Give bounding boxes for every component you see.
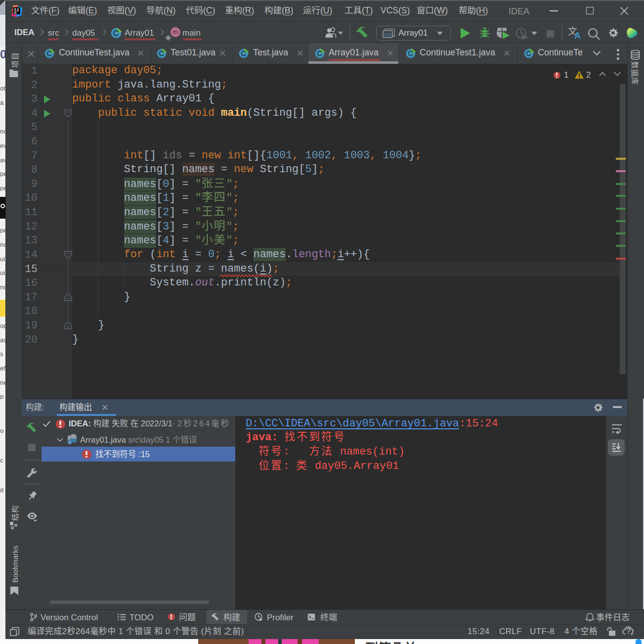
svg-text:J: J <box>69 441 70 444</box>
svg-text:IJ: IJ <box>14 8 19 13</box>
